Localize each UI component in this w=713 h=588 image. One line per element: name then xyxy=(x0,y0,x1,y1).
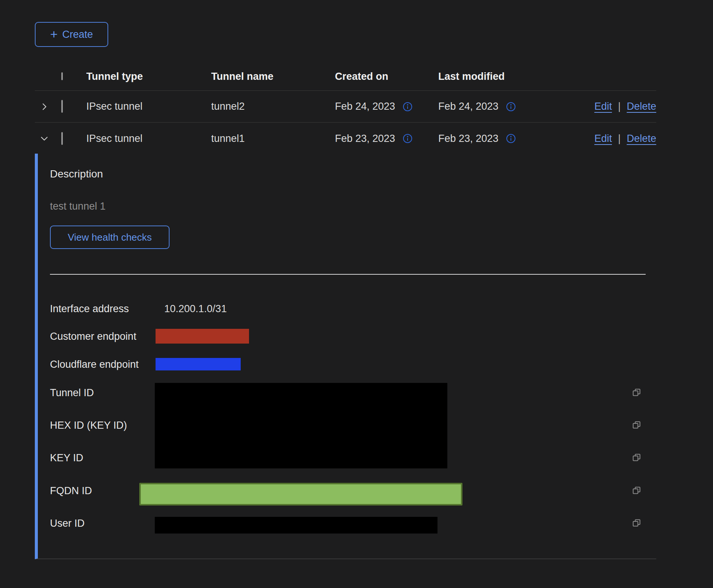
cloudflare-endpoint-label: Cloudflare endpoint xyxy=(50,359,139,370)
copy-icon[interactable] xyxy=(631,518,642,529)
field-row: FQDN ID xyxy=(50,482,92,500)
info-icon[interactable] xyxy=(403,134,413,143)
info-icon[interactable] xyxy=(506,102,516,112)
view-health-checks-button[interactable]: View health checks xyxy=(50,226,170,249)
chevron-right-icon[interactable] xyxy=(39,102,49,112)
tunnel-type-value: IPsec tunnel xyxy=(86,133,211,145)
info-icon[interactable] xyxy=(403,102,413,112)
field-row: Interface address 10.200.1.0/31 xyxy=(50,300,129,318)
row-checkbox[interactable] xyxy=(61,100,63,113)
header-tunnel-name: Tunnel name xyxy=(211,71,335,82)
copy-icon[interactable] xyxy=(631,485,642,496)
tunnel-detail-panel: Description test tunnel 1 View health ch… xyxy=(35,154,656,559)
tunnels-table: Tunnel type Tunnel name Created on Last … xyxy=(35,62,656,154)
header-last-modified: Last modified xyxy=(438,71,582,82)
field-row: Customer endpoint xyxy=(50,327,136,345)
plus-icon: + xyxy=(50,28,58,40)
table-row: IPsec tunnel tunnel1 Feb 23, 2023 Feb 23… xyxy=(35,123,656,154)
user-id-redaction xyxy=(155,517,437,534)
edit-link[interactable]: Edit xyxy=(594,133,612,145)
tunnel-name-value: tunnel2 xyxy=(211,101,335,112)
copy-icon[interactable] xyxy=(631,420,642,431)
field-row: Cloudflare endpoint xyxy=(50,355,139,373)
tunnel-name-value: tunnel1 xyxy=(211,133,335,145)
field-row: User ID xyxy=(50,514,85,532)
chevron-down-icon[interactable] xyxy=(39,134,49,143)
info-icon[interactable] xyxy=(506,134,516,143)
description-label: Description xyxy=(50,168,103,180)
field-row: HEX ID (KEY ID) xyxy=(50,416,127,434)
tunnel-id-label: Tunnel ID xyxy=(50,387,94,399)
copy-icon[interactable] xyxy=(631,387,642,398)
cloudflare-endpoint-redaction xyxy=(156,358,241,370)
hex-id-label: HEX ID (KEY ID) xyxy=(50,420,127,431)
edit-link[interactable]: Edit xyxy=(594,101,612,112)
tunnel-type-value: IPsec tunnel xyxy=(86,101,211,112)
copy-icon[interactable] xyxy=(631,453,642,463)
table-header-row: Tunnel type Tunnel name Created on Last … xyxy=(35,62,656,91)
fqdn-id-label: FQDN ID xyxy=(50,485,92,497)
actions-separator: | xyxy=(618,101,621,112)
row-checkbox[interactable] xyxy=(61,132,63,145)
actions-separator: | xyxy=(618,133,621,145)
delete-link[interactable]: Delete xyxy=(627,101,656,112)
field-row: Tunnel ID xyxy=(50,384,94,402)
create-button-label: Create xyxy=(62,29,93,40)
tunnels-page: { "colors": { "background": "#1d1d1e", "… xyxy=(0,0,713,588)
customer-endpoint-label: Customer endpoint xyxy=(50,331,136,342)
create-button[interactable]: + Create xyxy=(35,22,108,47)
customer-endpoint-redaction xyxy=(156,329,249,344)
description-value: test tunnel 1 xyxy=(50,201,106,212)
last-modified-value: Feb 24, 2023 xyxy=(438,101,498,112)
header-created-on: Created on xyxy=(335,71,438,82)
key-id-label: KEY ID xyxy=(50,452,83,464)
select-all-checkbox[interactable] xyxy=(61,72,63,80)
fqdn-id-redaction xyxy=(139,483,462,506)
interface-address-value: 10.200.1.0/31 xyxy=(164,303,227,315)
tunnel-ids-redaction xyxy=(155,383,447,468)
interface-address-label: Interface address xyxy=(50,303,129,315)
created-on-value: Feb 24, 2023 xyxy=(335,101,395,112)
created-on-value: Feb 23, 2023 xyxy=(335,133,395,145)
last-modified-value: Feb 23, 2023 xyxy=(438,133,498,145)
table-row: IPsec tunnel tunnel2 Feb 24, 2023 Feb 24… xyxy=(35,91,656,123)
user-id-label: User ID xyxy=(50,518,85,529)
delete-link[interactable]: Delete xyxy=(627,133,656,145)
field-row: KEY ID xyxy=(50,449,83,467)
divider xyxy=(50,274,646,275)
header-tunnel-type: Tunnel type xyxy=(86,71,211,82)
